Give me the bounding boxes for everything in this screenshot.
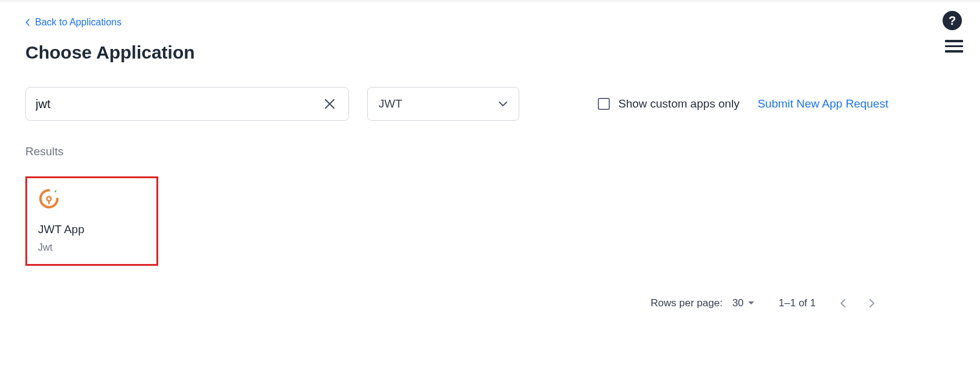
page-title: Choose Application bbox=[25, 42, 955, 63]
app-card-title: JWT App bbox=[38, 223, 146, 236]
show-custom-apps-checkbox[interactable]: Show custom apps only bbox=[598, 97, 740, 111]
app-logo-icon bbox=[38, 188, 146, 212]
chevron-left-icon bbox=[25, 19, 30, 26]
hamburger-menu-button[interactable] bbox=[945, 40, 963, 53]
dropdown-selected-label: JWT bbox=[379, 97, 402, 111]
page-range: 1–1 of 1 bbox=[779, 297, 816, 309]
checkbox-icon bbox=[598, 98, 610, 110]
prev-page-button[interactable] bbox=[837, 296, 848, 310]
next-page-button[interactable] bbox=[866, 296, 877, 310]
controls-row: JWT Show custom apps only Submit New App… bbox=[25, 87, 955, 121]
back-to-applications-link[interactable]: Back to Applications bbox=[25, 17, 121, 28]
rows-per-page-select[interactable]: 30 bbox=[732, 297, 755, 309]
help-icon: ? bbox=[949, 14, 956, 28]
dropdown-arrow-icon bbox=[748, 301, 755, 305]
close-icon bbox=[323, 97, 336, 111]
filter-dropdown[interactable]: JWT bbox=[367, 87, 519, 121]
top-shadow bbox=[0, 0, 980, 4]
help-button[interactable]: ? bbox=[943, 11, 962, 30]
checkbox-label: Show custom apps only bbox=[618, 97, 740, 111]
pagination: Rows per page: 30 1–1 of 1 bbox=[651, 296, 877, 310]
rows-per-page-value: 30 bbox=[732, 297, 744, 309]
app-result-card[interactable]: JWT App Jwt bbox=[25, 176, 158, 266]
rows-per-page-label: Rows per page: bbox=[651, 297, 723, 309]
app-card-subtitle: Jwt bbox=[38, 242, 146, 253]
back-link-label: Back to Applications bbox=[35, 17, 121, 28]
chevron-right-icon bbox=[869, 298, 875, 308]
results-heading: Results bbox=[25, 145, 955, 158]
search-box bbox=[25, 87, 349, 121]
submit-new-app-request-link[interactable]: Submit New App Request bbox=[758, 97, 889, 111]
chevron-left-icon bbox=[840, 298, 846, 308]
search-input[interactable] bbox=[36, 97, 321, 111]
clear-search-button[interactable] bbox=[321, 95, 339, 113]
chevron-down-icon bbox=[498, 101, 508, 107]
page-nav bbox=[837, 296, 877, 310]
